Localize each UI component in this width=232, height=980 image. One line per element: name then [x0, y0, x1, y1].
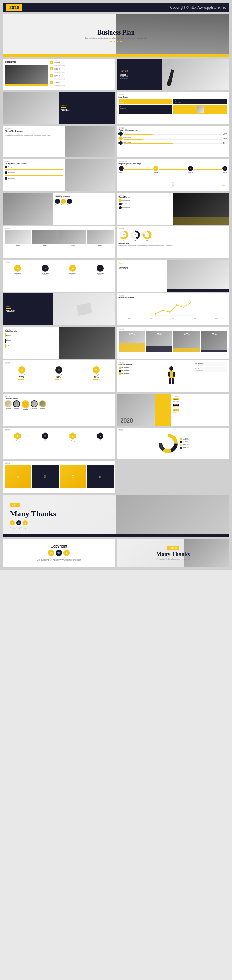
ib-pct-2: 56%	[55, 376, 62, 379]
content-item-1: 1 项目概况	[51, 61, 113, 64]
part04-divider	[119, 265, 125, 266]
company-image	[3, 193, 53, 224]
mt-url: Copyright © http://www.pptstore.net	[10, 527, 222, 529]
dot-3	[117, 41, 118, 42]
inv-year-1: 2006	[128, 318, 131, 319]
footer-section: Copyright ✉ 🐦 ▲ Copyright © http://www.p…	[3, 539, 229, 567]
content-label-1: 项目概况	[54, 61, 60, 63]
dp-lbl-1: 规划	[17, 477, 19, 478]
future-bar-3: Future status	[124, 142, 222, 145]
ind-item-4: ▲ Service Model 描述文字	[96, 265, 104, 275]
hex-item-1: ♟ advantage	[14, 433, 21, 442]
tm-label-2: Target Market	[122, 204, 130, 205]
ma-label-2: Analysis	[6, 340, 11, 341]
step-circle-3: 3	[188, 166, 193, 171]
bt-donut-label-2: 206	[131, 240, 140, 242]
ma-title: Market Analysis	[5, 331, 57, 332]
company-label-3: Business	[67, 204, 72, 206]
rp-label-3: Risk Assessment	[122, 373, 130, 374]
yr2020-desc-3: 描述文字内容	[173, 411, 227, 413]
tm-item-1: Target Market	[119, 199, 171, 202]
part03-divider	[120, 73, 127, 73]
tm-dot-3	[119, 206, 122, 209]
rp-label-1: Risk Assessment	[122, 367, 130, 369]
ind-item-2: ✉ Service Model 描述文字	[42, 265, 49, 275]
yr2020-desc-2: 描述文字内容	[173, 406, 227, 407]
rp-item-3: Risk Assessment	[119, 372, 149, 375]
team-row: 团队成员 团队成员 团队成员 团队成员	[5, 230, 114, 246]
dp-box-1: ★ 规划	[5, 465, 31, 488]
status-item-1: Now status描述文字内容	[119, 99, 173, 104]
ib-pct-3: 82%	[93, 376, 100, 379]
ra-item-25: 25%	[201, 331, 227, 352]
tm-label-1: Target Market	[122, 200, 130, 201]
rp-title: Risk Assessment	[119, 364, 149, 366]
ra-fill-3	[174, 348, 200, 352]
ib-label-2: advantage 2	[55, 374, 62, 375]
ib-tag: 行业需求	[5, 362, 114, 364]
di-legend-1: Item 1 30%	[180, 438, 188, 440]
hero-title: Business Plan	[97, 29, 135, 37]
future-fill-3	[124, 143, 173, 145]
bg-label-3: Background	[8, 178, 15, 179]
di-color-1	[180, 438, 182, 440]
ib-icon-3: ❤	[93, 366, 100, 374]
about-text: Lorem ipsum dolor sit amet consectetur a…	[5, 135, 62, 136]
di-color-2	[180, 441, 182, 443]
part04-label: Part 04	[119, 262, 166, 264]
comp-3: Competitor	[22, 400, 29, 410]
svg-rect-21	[172, 378, 174, 385]
svg-text:6: 6	[135, 234, 136, 236]
di-color-3	[180, 444, 182, 446]
status-item-2: Now status描述文字内容	[174, 99, 227, 104]
comp-circle-2	[13, 400, 20, 407]
mt-social-2: 🐦	[16, 520, 21, 525]
tm-item-3: Target Market	[119, 206, 171, 209]
status-title: Now Status	[119, 96, 228, 98]
hex-item-4: ▲ advantage	[97, 433, 103, 442]
comp-circle-5	[39, 400, 46, 407]
ra-pct-2: 65%	[156, 332, 162, 336]
rp-person	[150, 362, 193, 390]
bt-donut-label-3: 208	[142, 240, 152, 242]
slide-competitor: 竞争分析 Competitor Analysis Competitor Comp…	[3, 394, 115, 426]
part03-subtitle: 项目规划	[120, 74, 159, 77]
bg-label-2: Background	[8, 172, 15, 173]
ib-label-1: advantage 1	[18, 374, 25, 375]
content-desc-2: 市场分析描述文字内容	[51, 72, 113, 73]
hex-icon-1: ♟	[14, 433, 21, 439]
footer-thanks-content: 2018 Many Thanks Copyright © http://www.…	[156, 546, 190, 560]
contents-title: Contents	[5, 61, 48, 63]
part01-label: Part 01	[61, 105, 113, 107]
rp-row-2: Risk Assessment	[119, 370, 149, 372]
content-desc-4: 发展规划描述文字内容	[51, 85, 113, 86]
inv-labels: 2006 2008 2010 2012 2014	[119, 318, 228, 319]
hex-item-2: ✉ advantage	[42, 433, 48, 442]
future-diamond-3	[118, 140, 123, 145]
rp-right: Risk Assessmentdescription text Risk Ass…	[195, 362, 227, 390]
svg-rect-20	[169, 378, 171, 385]
mt-content: 2018 Many Thanks ✉ 🐦 ★ Copyright © http:…	[3, 495, 229, 537]
future-bg-3	[124, 143, 222, 145]
bt-donut-label-1: 200	[119, 240, 129, 242]
page-wrapper: 2018 Copyright © http://www.pptstore.net…	[0, 0, 232, 570]
footer-year: 2018	[167, 546, 179, 550]
part04-left: Part 04 投资规划	[117, 260, 167, 291]
bg-left: 项目信息 Background Information Background B…	[3, 159, 65, 191]
future-pct-3: 50%	[223, 142, 227, 144]
hex-icon-3: ♠	[69, 433, 76, 439]
rp-left: 风险评估 Risk Assessment Risk Assessment Ris…	[119, 362, 149, 390]
step-line-3	[194, 169, 222, 170]
ra-item-85: 85%	[119, 331, 145, 352]
company-label-1: Business	[55, 204, 60, 206]
rp-row-3: Risk Assessment	[119, 372, 149, 375]
content-label-2: 市场分析	[54, 68, 60, 70]
ra-item-65: 65%	[146, 331, 172, 352]
slide-hero: Business Plan dream what you want to dre…	[3, 14, 229, 57]
step-circle-2: 2	[153, 166, 158, 171]
dp-icon-1: ★	[17, 474, 19, 477]
member-img-1	[5, 230, 32, 244]
hex-row: ♟ advantage ✉ advantage ♠ advantage ▲ ad…	[5, 433, 114, 442]
bg-dot-2	[5, 171, 8, 174]
part02-divider	[6, 308, 11, 309]
